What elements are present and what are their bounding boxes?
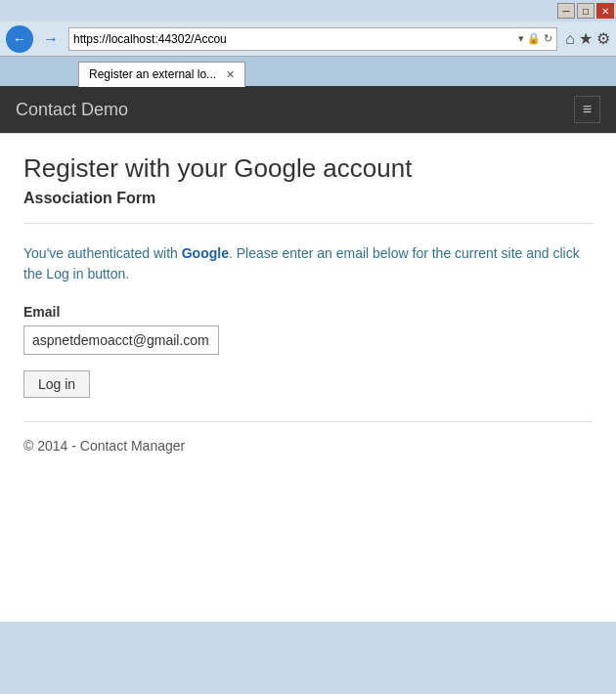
email-label: Email [23, 304, 593, 320]
lock-icon: 🔒 [527, 32, 541, 45]
maximize-button[interactable]: □ [577, 3, 594, 19]
home-icon[interactable]: ⌂ [565, 30, 575, 48]
email-field[interactable] [23, 325, 219, 355]
app-navbar: Contact Demo ≡ [0, 86, 616, 133]
window-chrome: ─ □ ✕ ← → https://localhost:44302/Accou … [0, 0, 616, 86]
address-bar: ← → https://localhost:44302/Accou ▾ 🔒 ↻ … [0, 22, 616, 57]
title-bar: ─ □ ✕ [0, 0, 616, 22]
email-form-group: Email [23, 304, 593, 355]
login-button[interactable]: Log in [23, 370, 90, 398]
app-title: Contact Demo [16, 100, 128, 120]
tab-label: Register an external lo... [89, 67, 216, 81]
favorites-icon[interactable]: ★ [579, 29, 593, 48]
top-divider [23, 223, 593, 224]
tab-close-button[interactable]: ✕ [226, 68, 235, 81]
close-button[interactable]: ✕ [596, 3, 614, 19]
url-bar[interactable]: https://localhost:44302/Accou ▾ 🔒 ↻ [68, 27, 557, 51]
hamburger-menu-button[interactable]: ≡ [574, 96, 600, 123]
section-title: Association Form [23, 190, 593, 207]
brand-name: Google [182, 245, 229, 261]
browser-icons: ⌂ ★ ⚙ [565, 29, 610, 48]
active-tab[interactable]: Register an external lo... ✕ [78, 62, 245, 87]
page-title: Register with your Google account [23, 153, 593, 184]
settings-icon[interactable]: ⚙ [596, 29, 610, 48]
info-message: You've authenticated with Google. Please… [23, 243, 593, 284]
info-before-text: You've authenticated with [23, 245, 182, 261]
url-icons: ▾ 🔒 ↻ [518, 32, 552, 45]
tab-bar: Register an external lo... ✕ [0, 57, 616, 86]
minimize-button[interactable]: ─ [557, 3, 575, 19]
dropdown-icon: ▾ [518, 32, 524, 45]
back-button[interactable]: ← [6, 25, 33, 53]
footer-divider [23, 421, 593, 422]
footer-text: © 2014 - Contact Manager [23, 438, 593, 454]
url-text: https://localhost:44302/Accou [73, 32, 514, 46]
forward-button[interactable]: → [37, 25, 65, 53]
refresh-icon: ↻ [544, 32, 552, 45]
page-content: Register with your Google account Associ… [0, 133, 616, 622]
